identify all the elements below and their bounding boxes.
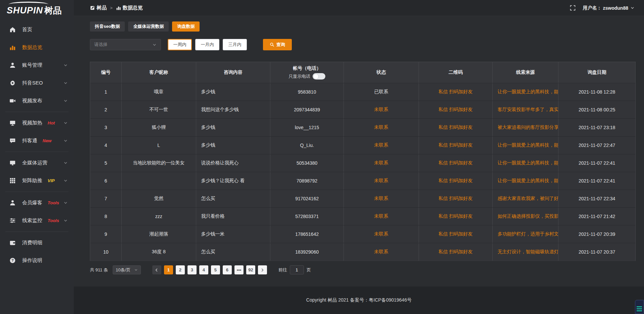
sidebar-item-account-manage[interactable]: 账号管理 xyxy=(0,56,74,74)
sidebar-item-media-operation[interactable]: 全媒体运营 xyxy=(0,154,74,172)
range-button-三月内[interactable]: 三月内 xyxy=(223,39,247,50)
page-button-6[interactable]: 6 xyxy=(223,265,232,274)
sidebar-item-douyin-seo[interactable]: 抖音SEO xyxy=(0,74,74,92)
sidebar-item-clue-monitor[interactable]: 线索监控Tools xyxy=(0,212,74,229)
cell-source-link[interactable]: 多功能护栏灯，适用于乡村文... xyxy=(493,225,559,243)
cell-source-link[interactable]: 被大家追着问的客厅投影分享... xyxy=(493,119,559,136)
breadcrumb: 树品 > 数据总览 xyxy=(90,5,143,11)
cell-status: 未联系 xyxy=(344,190,419,207)
floating-widget[interactable] xyxy=(635,300,644,314)
cell-account: Q_Liu. xyxy=(270,137,344,154)
sidebar-item-data-overview[interactable]: 数据总览 xyxy=(0,39,74,56)
chevron-down-icon xyxy=(63,201,68,205)
cell-qrcode-link[interactable]: 私信 扫码加好友 xyxy=(419,101,493,118)
cell-date: 2021-11-07 22:34 xyxy=(558,190,635,207)
cell-qrcode-link[interactable]: 私信 扫码加好友 xyxy=(419,119,493,136)
page-button-92[interactable]: 92 xyxy=(246,265,255,274)
tab-抖音seo数据[interactable]: 抖音seo数据 xyxy=(90,21,125,32)
next-page-button[interactable] xyxy=(258,265,267,274)
cell-date: 2021-11-07 21:42 xyxy=(558,208,635,225)
goto-page-input[interactable] xyxy=(290,265,304,274)
page-button-3[interactable]: 3 xyxy=(187,265,197,274)
breadcrumb-item-current[interactable]: 数据总览 xyxy=(116,5,143,11)
pagination: 共 911 条 10条/页 123456•••92 前往 页 xyxy=(90,265,636,274)
cell-qrcode-link[interactable]: 私信 扫码加好友 xyxy=(419,172,493,190)
sidebar-item-matrix-boost[interactable]: 矩阵助推VIP xyxy=(0,172,74,190)
search-icon xyxy=(270,42,274,47)
page-more-button[interactable]: ••• xyxy=(234,265,244,274)
user-menu[interactable]: 用户名： zswodun88 xyxy=(583,5,635,11)
prev-page-button[interactable] xyxy=(152,265,161,274)
sidebar-item-douketong[interactable]: 抖客通New xyxy=(0,132,74,150)
logo-arc xyxy=(9,2,48,7)
cell-id: 6 xyxy=(90,172,122,190)
range-button-一月内[interactable]: 一月内 xyxy=(195,39,219,50)
account-select[interactable]: 请选择 xyxy=(90,39,161,50)
chevron-down-icon xyxy=(63,81,68,85)
sidebar-item-consume-detail[interactable]: 消费明细 xyxy=(0,234,74,252)
cell-qrcode-link[interactable]: 私信 扫码加好友 xyxy=(419,154,493,172)
breadcrumb-item-home[interactable]: 树品 xyxy=(90,5,107,11)
cell-status: 未联系 xyxy=(344,137,419,154)
chart-icon xyxy=(116,5,121,10)
phone-only-toggle[interactable] xyxy=(313,73,325,80)
phone-toggle-row: 只显示电话 xyxy=(288,73,325,80)
cell-source-link[interactable]: 如何正确选择投影仪，买投影... xyxy=(493,208,559,225)
range-button-一周内[interactable]: 一周内 xyxy=(168,39,192,50)
cell-qrcode-link[interactable]: 私信 扫码加好友 xyxy=(419,208,493,225)
cell-source-link[interactable]: 感谢大家喜欢我家，被问了好... xyxy=(493,190,559,207)
cell-status: 未联系 xyxy=(344,119,419,136)
cell-source-link[interactable]: 让你一眼就爱上的黑科技，能... xyxy=(493,154,559,172)
cell-source-link[interactable]: 让你一眼就爱上的黑科技，能... xyxy=(493,83,559,101)
sidebar-item-label: 视频加热 xyxy=(22,120,42,126)
page-button-1[interactable]: 1 xyxy=(164,265,173,274)
fullscreen-icon[interactable] xyxy=(570,5,576,11)
chevron-down-icon xyxy=(63,161,68,165)
top-header: 树品 > 数据总览 用户名： zswodun88 xyxy=(74,0,644,16)
page-size-value: 10条/页 xyxy=(116,267,130,273)
page-button-4[interactable]: 4 xyxy=(199,265,208,274)
sidebar-divider xyxy=(5,192,68,192)
table-row: 7觉然怎么买917024162未联系私信 扫码加好友感谢大家喜欢我家，被问了好.… xyxy=(90,190,635,207)
cell-source-link[interactable]: 客厅安装投影半年多了，真实... xyxy=(493,101,559,118)
page-button-5[interactable]: 5 xyxy=(211,265,220,274)
search-button[interactable]: 查询 xyxy=(263,39,292,50)
inquiry-table: 编号客户昵称咨询内容帐号（电话）只显示电话状态二维码线索来源询盘日期1哦章多少钱… xyxy=(90,62,636,261)
sidebar-item-home[interactable]: 首页 xyxy=(0,21,74,39)
page-button-2[interactable]: 2 xyxy=(176,265,185,274)
cell-qrcode-link[interactable]: 私信 扫码加好友 xyxy=(419,83,493,101)
column-header-2: 咨询内容 xyxy=(196,62,271,83)
select-placeholder: 请选择 xyxy=(94,42,107,48)
cell-id: 3 xyxy=(90,119,122,136)
tab-询盘数据[interactable]: 询盘数据 xyxy=(172,21,200,32)
goto-page: 前往 页 xyxy=(278,265,311,274)
column-header-3: 帐号（电话）只显示电话 xyxy=(270,62,344,83)
cell-qrcode-link[interactable]: 私信 扫码加好友 xyxy=(419,137,493,154)
cell-qrcode-link[interactable]: 私信 扫码加好友 xyxy=(419,243,493,261)
monitor-icon xyxy=(9,160,16,166)
cell-source-link[interactable]: 让你一眼就爱上的黑科技，能... xyxy=(493,137,559,154)
phone-toggle-label: 只显示电话 xyxy=(288,73,310,80)
cell-qrcode-link[interactable]: 私信 扫码加好友 xyxy=(419,225,493,243)
page-size-select[interactable]: 10条/页 xyxy=(113,265,141,274)
sidebar-item-video-heat[interactable]: 视频加热Hot xyxy=(0,114,74,132)
cell-qrcode-link[interactable]: 私信 扫码加好友 xyxy=(419,190,493,207)
table-row: 5当地比较能吃的一位美女说说价格让我死心50534380未联系私信 扫码加好友让… xyxy=(90,154,635,172)
cell-content: 怎么买 xyxy=(196,243,271,261)
sidebar-item-operation-guide[interactable]: ?操作说明 xyxy=(0,252,74,269)
sidebar-item-label: 全媒体运营 xyxy=(22,160,47,166)
cell-source-link[interactable]: 让你一眼就爱上的黑科技，能... xyxy=(493,172,559,190)
cell-id: 10 xyxy=(90,243,122,261)
cell-source-link[interactable]: 无主灯设计，智能磁吸轨道灯... xyxy=(493,243,559,261)
goto-suffix: 页 xyxy=(307,267,311,273)
page-buttons: 123456•••92 xyxy=(164,265,255,274)
sidebar-item-member-baoke[interactable]: 会员爆客Tools xyxy=(0,194,74,212)
chevron-down-icon xyxy=(63,139,68,143)
table-row: 2不可一世我想问这个多少钱2097344839未联系私信 扫码加好友客厅安装投影… xyxy=(90,101,635,118)
cell-id: 1 xyxy=(90,83,122,101)
chevron-down-icon xyxy=(152,43,157,47)
cell-account: 2097344839 xyxy=(270,101,344,118)
sidebar-item-video-publish[interactable]: 视频发布 xyxy=(0,92,74,110)
tab-全媒体运营数据[interactable]: 全媒体运营数据 xyxy=(128,21,169,32)
gear-icon xyxy=(9,80,16,86)
